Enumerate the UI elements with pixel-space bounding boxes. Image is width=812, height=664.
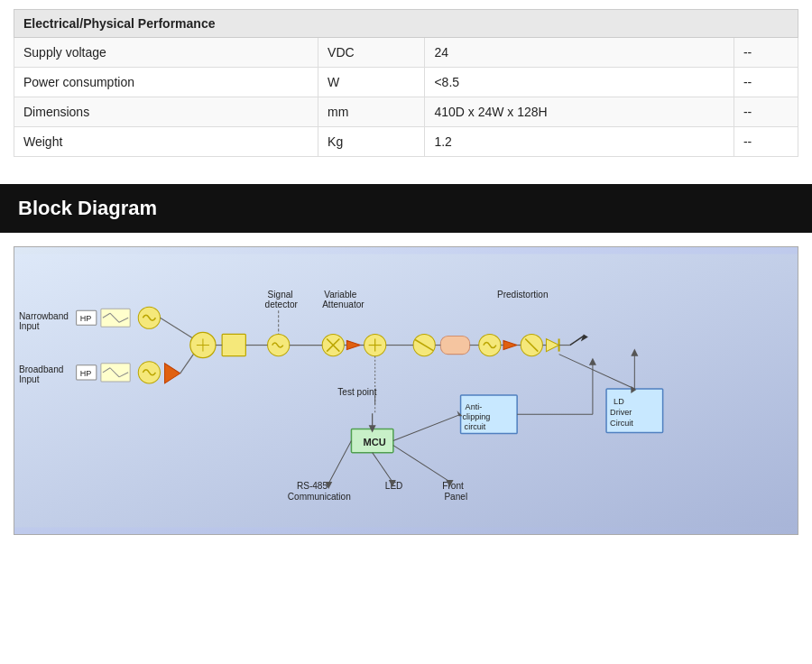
svg-text:circuit: circuit — [465, 422, 486, 431]
notes-supply-voltage: -- — [734, 38, 798, 68]
notes-weight: -- — [734, 127, 798, 157]
svg-text:Circuit: Circuit — [610, 419, 633, 428]
svg-text:clipping: clipping — [463, 412, 491, 421]
svg-text:Attenuator: Attenuator — [322, 300, 364, 309]
svg-text:HP: HP — [80, 369, 92, 378]
value-weight: 1.2 — [425, 127, 734, 157]
table-row: Weight Kg 1.2 -- — [14, 127, 798, 157]
page-wrapper: Electrical/Physical Performance Supply v… — [0, 0, 812, 549]
svg-text:Input: Input — [19, 321, 40, 331]
param-supply-voltage: Supply voltage — [14, 38, 318, 68]
table-section: Electrical/Physical Performance Supply v… — [0, 0, 812, 175]
unit-weight: Kg — [318, 127, 425, 157]
performance-table: Electrical/Physical Performance Supply v… — [14, 9, 798, 157]
unit-power-consumption: W — [318, 68, 425, 97]
value-dimensions: 410D x 24W x 128H — [425, 97, 734, 127]
svg-text:RS-485: RS-485 — [297, 481, 328, 491]
svg-rect-25 — [222, 334, 245, 355]
block-diagram-title: Block Diagram — [18, 197, 794, 220]
svg-text:Broadband: Broadband — [19, 364, 63, 374]
svg-point-30 — [268, 334, 290, 355]
param-power-consumption: Power consumption — [14, 68, 318, 97]
table-row: Supply voltage VDC 24 -- — [14, 38, 798, 68]
notes-dimensions: -- — [734, 97, 798, 127]
svg-text:Input: Input — [19, 374, 40, 384]
svg-text:Communication: Communication — [288, 492, 351, 502]
svg-rect-51 — [440, 336, 469, 354]
svg-text:Anti-: Anti- — [466, 402, 483, 411]
svg-text:HP: HP — [80, 314, 92, 323]
table-title: Electrical/Physical Performance — [14, 10, 798, 38]
notes-power-consumption: -- — [734, 68, 798, 97]
svg-rect-9 — [101, 309, 130, 327]
value-supply-voltage: 24 — [425, 38, 734, 68]
svg-text:Narrowband: Narrowband — [19, 311, 69, 321]
param-dimensions: Dimensions — [14, 97, 318, 127]
svg-text:MCU: MCU — [364, 437, 386, 447]
svg-rect-0 — [14, 254, 798, 528]
table-row: Dimensions mm 410D x 24W x 128H -- — [14, 97, 798, 127]
svg-text:LD: LD — [614, 397, 624, 406]
param-weight: Weight — [14, 127, 318, 157]
block-diagram-svg: Narrowband Input Broadband Input HP HP — [14, 247, 798, 534]
diagram-container: Narrowband Input Broadband Input HP HP — [14, 246, 798, 535]
svg-text:Predistortion: Predistortion — [497, 290, 549, 300]
svg-text:Panel: Panel — [444, 492, 467, 502]
block-diagram-header: Block Diagram — [0, 184, 812, 233]
svg-rect-13 — [101, 364, 130, 382]
value-power-consumption: <8.5 — [425, 68, 734, 97]
svg-text:Driver: Driver — [610, 408, 632, 417]
svg-text:Test point: Test point — [337, 387, 376, 397]
diagram-section: Narrowband Input Broadband Input HP HP — [0, 233, 812, 549]
unit-supply-voltage: VDC — [318, 38, 425, 68]
svg-text:Front: Front — [442, 481, 464, 491]
svg-text:Signal: Signal — [268, 290, 293, 300]
unit-dimensions: mm — [318, 97, 425, 127]
svg-text:Variable: Variable — [324, 290, 357, 300]
table-row: Power consumption W <8.5 -- — [14, 68, 798, 97]
svg-text:detector: detector — [265, 300, 299, 309]
